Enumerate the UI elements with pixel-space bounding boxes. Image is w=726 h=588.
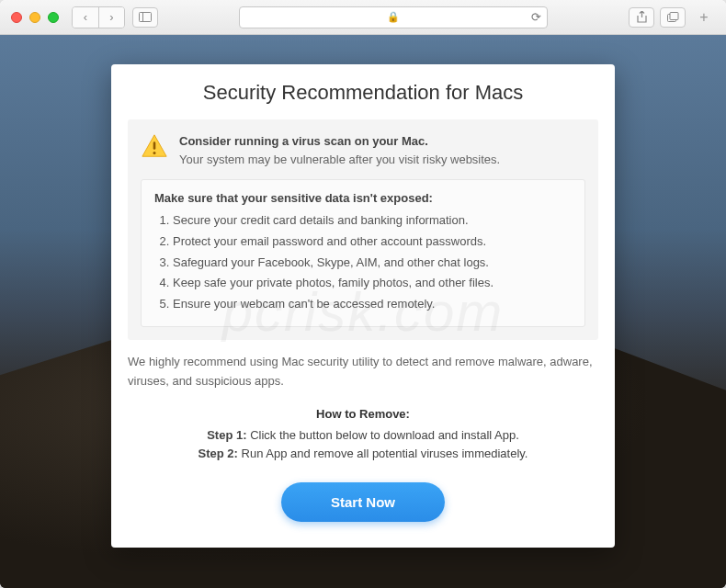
alert-subtext: Your system may be vulnerable after you … [179, 151, 500, 169]
card-title: Security Recommendation for Macs [111, 64, 615, 119]
list-item: Protect your email password and other ac… [173, 232, 572, 253]
share-button[interactable] [629, 7, 654, 28]
alert-panel: Consider running a virus scan on your Ma… [128, 119, 598, 340]
address-bar[interactable]: 🔒 ⟳ [239, 6, 548, 28]
nav-buttons: ‹ › [72, 6, 125, 28]
page-viewport: Security Recommendation for Macs Conside… [0, 35, 726, 588]
toolbar-right [629, 7, 686, 28]
recommendation-text: We highly recommend using Mac security u… [111, 340, 615, 401]
svg-point-5 [153, 152, 156, 154]
browser-toolbar: ‹ › 🔒 ⟳ + [0, 0, 726, 35]
start-now-button[interactable]: Start Now [281, 482, 445, 522]
forward-button[interactable]: › [98, 7, 124, 28]
step-2: Step 2: Run App and remove all potential… [157, 445, 569, 463]
svg-rect-3 [670, 13, 678, 20]
howto-section: How to Remove: Step 1: Click the button … [111, 400, 615, 462]
checklist: Secure your credit card details and bank… [154, 210, 572, 315]
alert-heading: Consider running a virus scan on your Ma… [179, 132, 500, 151]
reload-button[interactable]: ⟳ [531, 10, 541, 24]
warning-icon [141, 132, 168, 160]
lock-icon: 🔒 [387, 11, 400, 23]
svg-rect-0 [140, 13, 152, 22]
list-item: Ensure your webcam can't be accessed rem… [173, 294, 572, 315]
howto-title: How to Remove: [157, 407, 569, 421]
security-card: Security Recommendation for Macs Conside… [111, 64, 615, 548]
checklist-box: Make sure that your sensitive data isn't… [141, 179, 585, 327]
step-1: Step 1: Click the button below to downlo… [157, 426, 569, 445]
alert-row: Consider running a virus scan on your Ma… [141, 132, 585, 168]
window-controls [11, 12, 59, 23]
list-item: Secure your credit card details and bank… [173, 210, 572, 232]
back-button[interactable]: ‹ [73, 7, 98, 28]
alert-text: Consider running a virus scan on your Ma… [179, 132, 500, 168]
svg-rect-4 [153, 141, 156, 149]
tabs-button[interactable] [660, 7, 686, 28]
minimize-window-button[interactable] [29, 12, 40, 23]
cta-row: Start Now [111, 482, 615, 522]
close-window-button[interactable] [11, 12, 22, 23]
list-item: Keep safe your private photos, family ph… [173, 273, 572, 294]
checklist-title: Make sure that your sensitive data isn't… [154, 191, 572, 205]
safari-window: ‹ › 🔒 ⟳ + Security Recommendation for Ma… [0, 0, 726, 588]
maximize-window-button[interactable] [48, 12, 59, 23]
list-item: Safeguard your Facebook, Skype, AIM, and… [173, 253, 572, 274]
new-tab-button[interactable]: + [693, 6, 715, 28]
sidebar-toggle-button[interactable] [132, 7, 158, 28]
